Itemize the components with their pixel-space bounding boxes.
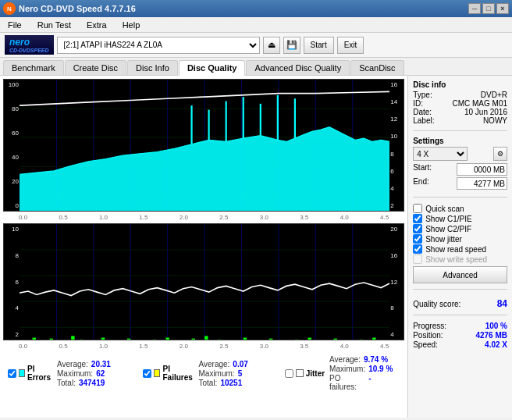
disc-date-row: Date: 10 Jun 2016: [413, 108, 507, 116]
main-content: 100 80 60 40 20 0 16 14 12 10 8 6 4 2: [0, 76, 512, 418]
show-read-speed-checkbox[interactable]: [413, 244, 422, 254]
speed-label: Speed:: [413, 340, 438, 349]
checkboxes-section: Quick scan Show C1/PIE Show C2/PIF Show …: [413, 203, 507, 283]
toolbar: nero CD·DVDSPEED [2:1] ATAPI iHAS224 A Z…: [0, 33, 512, 58]
pi-errors-label: PI Errors: [27, 365, 52, 382]
start-input[interactable]: 0000 MB: [457, 163, 507, 176]
svg-rect-58: [308, 338, 311, 340]
svg-rect-44: [127, 339, 130, 340]
start-button[interactable]: Start: [304, 37, 334, 54]
disc-info-section: Disc info Type: DVD+R ID: CMC MAG M01 Da…: [413, 80, 507, 125]
jitter-color: [296, 369, 304, 377]
speed-select[interactable]: 4 X: [413, 147, 468, 161]
position-value: 4276 MB: [475, 331, 507, 340]
jitter-label: Jitter: [306, 369, 325, 378]
end-input[interactable]: 4277 MB: [457, 177, 507, 190]
window-title: Nero CD-DVD Speed 4.7.7.16: [19, 4, 136, 13]
quick-scan-label: Quick scan: [425, 205, 464, 213]
pi-failures-stats: PI Failures Average:0.07 Maximum:5 Total…: [143, 355, 268, 391]
settings-icon[interactable]: ⚙: [493, 147, 507, 161]
drive-select[interactable]: [2:1] ATAPI iHAS224 A ZL0A: [57, 37, 260, 54]
show-jitter-label: Show jitter: [425, 235, 462, 244]
title-bar-buttons: ─ □ ×: [468, 3, 509, 14]
show-jitter-checkbox[interactable]: [413, 234, 422, 244]
pi-errors-svg: [20, 80, 389, 212]
quick-scan-checkbox[interactable]: [413, 204, 422, 213]
menu-run-test[interactable]: Run Test: [33, 19, 76, 31]
disc-info-title: Disc info: [413, 80, 507, 89]
pi-failures-color: [154, 369, 160, 377]
menu-bar: File Run Test Extra Help: [0, 17, 512, 33]
close-button[interactable]: ×: [496, 3, 509, 14]
y-axis-right-top: 16 14 12 10 8 6 4 2: [389, 80, 404, 211]
show-read-speed-label: Show read speed: [425, 245, 486, 254]
progress-value: 100 %: [485, 322, 507, 330]
start-row: Start: 0000 MB: [413, 163, 507, 176]
y-axis-right-bottom: 20 16 12 8 4: [389, 224, 404, 340]
position-row: Position: 4276 MB: [413, 331, 507, 340]
svg-rect-39: [71, 336, 74, 340]
show-c1-pie-checkbox[interactable]: [413, 214, 422, 223]
settings-title: Settings: [413, 137, 507, 145]
quality-score-label: Quality score:: [413, 300, 460, 308]
jitter-stats: Jitter Average:9.74 % Maximum:10.9 % PO …: [285, 355, 400, 391]
show-write-speed-checkbox[interactable]: [413, 254, 422, 264]
tab-create-disc[interactable]: Create Disc: [65, 60, 126, 75]
tab-scan-disc[interactable]: ScanDisc: [350, 60, 404, 75]
menu-file[interactable]: File: [3, 19, 27, 31]
show-c2-pif-checkbox[interactable]: [413, 224, 422, 233]
show-read-speed-row: Show read speed: [413, 244, 507, 254]
pi-errors-stats: PI Errors Average:20.31 Maximum:62 Total…: [8, 355, 127, 391]
advanced-button[interactable]: Advanced: [413, 266, 507, 283]
svg-rect-50: [204, 336, 208, 340]
show-c1-pie-label: Show C1/PIE: [425, 215, 471, 223]
pi-errors-values: Average:20.31 Maximum:62 Total:347419: [57, 360, 127, 387]
divider-2: [413, 197, 507, 198]
pi-failures-label: PI Failures: [162, 365, 194, 382]
pi-errors-checkbox[interactable]: [8, 369, 16, 378]
svg-rect-47: [165, 338, 169, 340]
tabs: Benchmark Create Disc Disc Info Disc Qua…: [0, 58, 512, 76]
restore-button[interactable]: □: [482, 3, 495, 14]
svg-rect-57: [295, 340, 298, 340]
chart-area: 100 80 60 40 20 0 16 14 12 10 8 6 4 2: [0, 76, 407, 418]
stats-area: PI Errors Average:20.31 Maximum:62 Total…: [3, 352, 404, 394]
minimize-button[interactable]: ─: [468, 3, 481, 14]
divider-4: [413, 315, 507, 315]
title-bar-left: N Nero CD-DVD Speed 4.7.7.16: [3, 2, 136, 15]
app-icon: N: [3, 2, 16, 15]
divider-1: [413, 130, 507, 131]
progress-section: Progress: 100 % Position: 4276 MB Speed:…: [413, 321, 507, 350]
svg-rect-63: [372, 338, 375, 340]
svg-rect-53: [244, 338, 247, 340]
exit-button[interactable]: Exit: [337, 37, 364, 54]
eject-icon[interactable]: ⏏: [263, 37, 280, 54]
svg-rect-35: [33, 338, 36, 340]
tab-disc-info[interactable]: Disc Info: [127, 60, 178, 75]
svg-rect-40: [80, 340, 83, 340]
svg-rect-62: [360, 340, 363, 340]
tab-benchmark[interactable]: Benchmark: [3, 60, 64, 75]
show-c1-pie-row: Show C1/PIE: [413, 214, 507, 223]
svg-rect-49: [192, 339, 195, 340]
position-label: Position:: [413, 331, 443, 340]
jitter-checkbox[interactable]: [285, 369, 293, 378]
settings-section: Settings 4 X ⚙ Start: 0000 MB End: 4277 …: [413, 137, 507, 191]
speed-value: 4.02 X: [485, 340, 507, 349]
show-jitter-row: Show jitter: [413, 234, 507, 244]
save-icon[interactable]: 💾: [283, 37, 300, 54]
svg-rect-60: [334, 339, 337, 340]
jitter-svg: [20, 224, 389, 340]
pi-failures-checkbox[interactable]: [143, 369, 151, 378]
jitter-chart: 10 8 6 4 2 20 16 12 8 4: [3, 223, 404, 340]
svg-rect-37: [50, 339, 53, 340]
title-bar: N Nero CD-DVD Speed 4.7.7.16 ─ □ ×: [0, 0, 512, 17]
menu-extra[interactable]: Extra: [82, 19, 112, 31]
tab-disc-quality[interactable]: Disc Quality: [179, 60, 246, 76]
menu-help[interactable]: Help: [118, 19, 145, 31]
quick-scan-row: Quick scan: [413, 204, 507, 213]
show-c2-pif-row: Show C2/PIF: [413, 224, 507, 233]
pi-errors-chart: 100 80 60 40 20 0 16 14 12 10 8 6 4 2: [3, 79, 404, 212]
progress-label: Progress:: [413, 322, 446, 330]
tab-advanced-disc-quality[interactable]: Advanced Disc Quality: [246, 60, 350, 75]
